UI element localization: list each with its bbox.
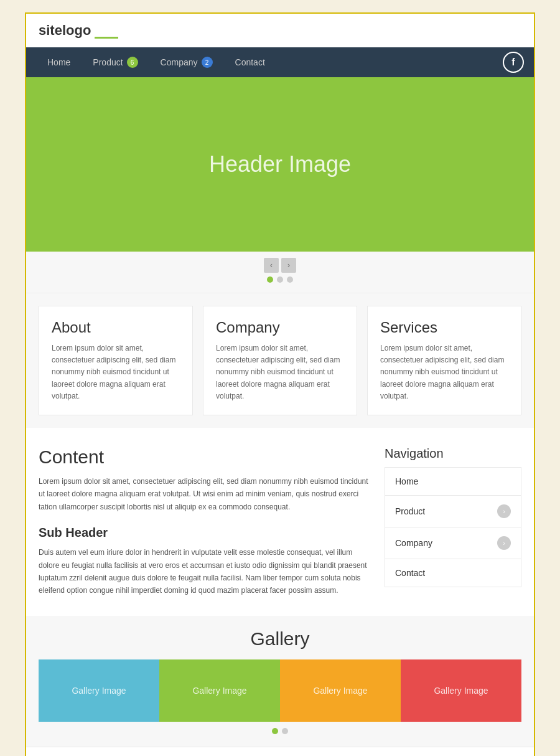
nav-item-home[interactable]: Home bbox=[36, 47, 82, 77]
nav-item-contact[interactable]: Contact bbox=[224, 47, 276, 77]
sidebar-item-contact[interactable]: Contact bbox=[385, 559, 521, 587]
nav-item-product[interactable]: Product 6 bbox=[82, 47, 149, 77]
cards-section: About Lorem ipsum dolor sit amet, consec… bbox=[26, 293, 534, 428]
slider-dot-3[interactable] bbox=[287, 276, 293, 283]
sidebar-item-product[interactable]: Product › bbox=[385, 496, 521, 527]
gallery-item-2[interactable]: Gallery Image bbox=[159, 659, 280, 722]
gallery-item-4[interactable]: Gallery Image bbox=[401, 659, 521, 722]
gallery-item-3-label: Gallery Image bbox=[313, 686, 367, 696]
slider-controls: ‹ › bbox=[26, 252, 534, 293]
nav-badge-product: 6 bbox=[127, 57, 138, 68]
gallery-title: Gallery bbox=[39, 628, 521, 650]
content-nav: Navigation Home Product › Company › Cont… bbox=[385, 447, 521, 597]
nav-label-product: Product bbox=[93, 57, 123, 67]
sidebar-item-home[interactable]: Home bbox=[385, 468, 521, 496]
content-title: Content bbox=[39, 447, 372, 468]
card-about: About Lorem ipsum dolor sit amet, consec… bbox=[39, 306, 193, 415]
gallery-section: Gallery Gallery Image Gallery Image Gall… bbox=[26, 616, 534, 747]
gallery-item-4-label: Gallery Image bbox=[434, 686, 488, 696]
card-services: Services Lorem ipsum dolor sit amet, con… bbox=[367, 306, 521, 415]
content-main: Content Lorem ipsum dolor sit amet, cons… bbox=[39, 447, 372, 597]
slider-dot-1[interactable] bbox=[267, 276, 273, 283]
content-section: Content Lorem ipsum dolor sit amet, cons… bbox=[26, 428, 534, 616]
slider-next-button[interactable]: › bbox=[281, 258, 296, 273]
facebook-icon[interactable]: f bbox=[503, 52, 524, 73]
sidebar-item-company[interactable]: Company › bbox=[385, 527, 521, 559]
card-company: Company Lorem ipsum dolor sit amet, cons… bbox=[203, 306, 357, 415]
gallery-dot-1[interactable] bbox=[272, 728, 278, 734]
sidebar-item-company-label: Company bbox=[395, 538, 432, 548]
content-subheader: Sub Header bbox=[39, 526, 372, 540]
slider-arrows: ‹ › bbox=[264, 258, 296, 273]
content-body: Duis autem vel eum iriure dolor in hendr… bbox=[39, 546, 372, 597]
slider-dot-2[interactable] bbox=[277, 276, 283, 283]
logo-site-text: site bbox=[39, 22, 62, 38]
site-footer: Copyright 2018, Vision Design - graphic … bbox=[26, 747, 534, 756]
main-nav: Home Product 6 Company 2 Contact f bbox=[26, 47, 534, 77]
site-logo: sitelogo bbox=[39, 22, 118, 39]
nav-label-contact: Contact bbox=[235, 57, 265, 67]
site-header: sitelogo bbox=[26, 14, 534, 47]
content-text: Lorem ipsum dolor sit amet, consectetuer… bbox=[39, 475, 372, 513]
nav-item-company[interactable]: Company 2 bbox=[149, 47, 224, 77]
gallery-dots bbox=[39, 728, 521, 734]
gallery-item-3[interactable]: Gallery Image bbox=[280, 659, 401, 722]
hero-title: Header Image bbox=[209, 151, 351, 177]
sidebar-item-product-label: Product bbox=[395, 506, 425, 516]
gallery-item-1[interactable]: Gallery Image bbox=[39, 659, 159, 722]
card-company-text: Lorem ipsum dolor sit amet, consectetuer… bbox=[216, 343, 344, 402]
nav-label-company: Company bbox=[161, 57, 198, 67]
card-about-text: Lorem ipsum dolor sit amet, consectetuer… bbox=[52, 343, 180, 402]
slider-prev-button[interactable]: ‹ bbox=[264, 258, 279, 273]
logo-underline bbox=[95, 37, 118, 39]
page-wrapper: sitelogo Home Product 6 Company 2 Contac… bbox=[25, 12, 535, 756]
nav-items: Home Product 6 Company 2 Contact bbox=[36, 47, 503, 77]
gallery-grid: Gallery Image Gallery Image Gallery Imag… bbox=[39, 659, 521, 722]
gallery-item-1-label: Gallery Image bbox=[72, 686, 126, 696]
hero-section: Header Image bbox=[26, 77, 534, 252]
logo-logo-text: logo bbox=[62, 22, 91, 38]
gallery-item-2-label: Gallery Image bbox=[192, 686, 246, 696]
nav-badge-company: 2 bbox=[202, 57, 213, 68]
gallery-dot-2[interactable] bbox=[282, 728, 288, 734]
card-services-title: Services bbox=[380, 319, 508, 336]
sidebar-nav-list: Home Product › Company › Contact bbox=[385, 467, 521, 587]
card-company-title: Company bbox=[216, 319, 344, 336]
sidebar-item-contact-label: Contact bbox=[395, 568, 425, 578]
sidebar-arrow-company: › bbox=[497, 536, 511, 550]
card-about-title: About bbox=[52, 319, 180, 336]
sidebar-item-home-label: Home bbox=[395, 476, 418, 486]
slider-dots bbox=[267, 276, 293, 283]
nav-label-home: Home bbox=[47, 57, 70, 67]
sidebar-nav-title: Navigation bbox=[385, 447, 521, 461]
card-services-text: Lorem ipsum dolor sit amet, consectetuer… bbox=[380, 343, 508, 402]
sidebar-arrow-product: › bbox=[497, 504, 511, 518]
